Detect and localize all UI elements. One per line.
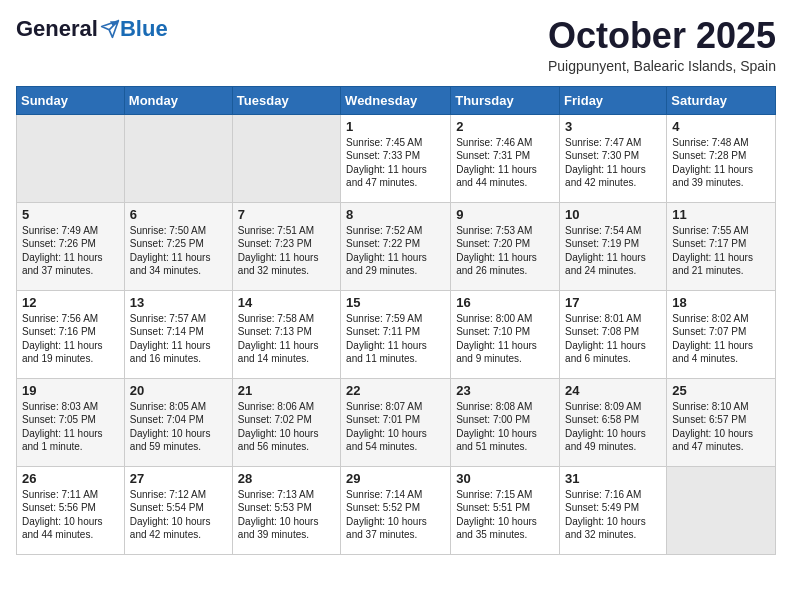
calendar-day-cell: 16 Sunrise: 8:00 AMSunset: 7:10 PMDaylig… — [451, 290, 560, 378]
calendar-day-cell: 14 Sunrise: 7:58 AMSunset: 7:13 PMDaylig… — [232, 290, 340, 378]
calendar-day-cell: 19 Sunrise: 8:03 AMSunset: 7:05 PMDaylig… — [17, 378, 125, 466]
calendar-week-row: 1 Sunrise: 7:45 AMSunset: 7:33 PMDayligh… — [17, 114, 776, 202]
day-number: 24 — [565, 383, 661, 398]
calendar-day-cell: 1 Sunrise: 7:45 AMSunset: 7:33 PMDayligh… — [341, 114, 451, 202]
day-number: 14 — [238, 295, 335, 310]
day-info: Sunrise: 8:07 AMSunset: 7:01 PMDaylight:… — [346, 401, 427, 453]
calendar-day-cell: 11 Sunrise: 7:55 AMSunset: 7:17 PMDaylig… — [667, 202, 776, 290]
calendar-week-row: 26 Sunrise: 7:11 AMSunset: 5:56 PMDaylig… — [17, 466, 776, 554]
weekday-header: Friday — [560, 86, 667, 114]
day-info: Sunrise: 8:09 AMSunset: 6:58 PMDaylight:… — [565, 401, 646, 453]
calendar-day-cell: 23 Sunrise: 8:08 AMSunset: 7:00 PMDaylig… — [451, 378, 560, 466]
day-number: 7 — [238, 207, 335, 222]
calendar-header-row: SundayMondayTuesdayWednesdayThursdayFrid… — [17, 86, 776, 114]
day-info: Sunrise: 8:01 AMSunset: 7:08 PMDaylight:… — [565, 313, 646, 365]
day-info: Sunrise: 7:58 AMSunset: 7:13 PMDaylight:… — [238, 313, 319, 365]
day-info: Sunrise: 7:50 AMSunset: 7:25 PMDaylight:… — [130, 225, 211, 277]
day-number: 4 — [672, 119, 770, 134]
day-number: 13 — [130, 295, 227, 310]
day-info: Sunrise: 7:14 AMSunset: 5:52 PMDaylight:… — [346, 489, 427, 541]
day-number: 18 — [672, 295, 770, 310]
calendar-day-cell: 31 Sunrise: 7:16 AMSunset: 5:49 PMDaylig… — [560, 466, 667, 554]
day-number: 23 — [456, 383, 554, 398]
day-number: 20 — [130, 383, 227, 398]
day-info: Sunrise: 7:45 AMSunset: 7:33 PMDaylight:… — [346, 137, 427, 189]
day-number: 15 — [346, 295, 445, 310]
calendar-table: SundayMondayTuesdayWednesdayThursdayFrid… — [16, 86, 776, 555]
day-info: Sunrise: 7:52 AMSunset: 7:22 PMDaylight:… — [346, 225, 427, 277]
day-number: 9 — [456, 207, 554, 222]
day-info: Sunrise: 8:08 AMSunset: 7:00 PMDaylight:… — [456, 401, 537, 453]
day-info: Sunrise: 7:54 AMSunset: 7:19 PMDaylight:… — [565, 225, 646, 277]
day-info: Sunrise: 8:10 AMSunset: 6:57 PMDaylight:… — [672, 401, 753, 453]
day-info: Sunrise: 7:51 AMSunset: 7:23 PMDaylight:… — [238, 225, 319, 277]
weekday-header: Wednesday — [341, 86, 451, 114]
calendar-day-cell: 27 Sunrise: 7:12 AMSunset: 5:54 PMDaylig… — [124, 466, 232, 554]
calendar-day-cell: 21 Sunrise: 8:06 AMSunset: 7:02 PMDaylig… — [232, 378, 340, 466]
calendar-day-cell — [124, 114, 232, 202]
calendar-day-cell: 28 Sunrise: 7:13 AMSunset: 5:53 PMDaylig… — [232, 466, 340, 554]
day-info: Sunrise: 7:11 AMSunset: 5:56 PMDaylight:… — [22, 489, 103, 541]
day-info: Sunrise: 7:48 AMSunset: 7:28 PMDaylight:… — [672, 137, 753, 189]
calendar-day-cell: 2 Sunrise: 7:46 AMSunset: 7:31 PMDayligh… — [451, 114, 560, 202]
day-info: Sunrise: 8:02 AMSunset: 7:07 PMDaylight:… — [672, 313, 753, 365]
calendar-day-cell: 3 Sunrise: 7:47 AMSunset: 7:30 PMDayligh… — [560, 114, 667, 202]
calendar-day-cell — [232, 114, 340, 202]
day-info: Sunrise: 7:59 AMSunset: 7:11 PMDaylight:… — [346, 313, 427, 365]
calendar-day-cell: 5 Sunrise: 7:49 AMSunset: 7:26 PMDayligh… — [17, 202, 125, 290]
calendar-day-cell: 25 Sunrise: 8:10 AMSunset: 6:57 PMDaylig… — [667, 378, 776, 466]
calendar-day-cell: 22 Sunrise: 8:07 AMSunset: 7:01 PMDaylig… — [341, 378, 451, 466]
day-number: 5 — [22, 207, 119, 222]
day-info: Sunrise: 7:55 AMSunset: 7:17 PMDaylight:… — [672, 225, 753, 277]
weekday-header: Saturday — [667, 86, 776, 114]
day-info: Sunrise: 8:05 AMSunset: 7:04 PMDaylight:… — [130, 401, 211, 453]
day-info: Sunrise: 7:15 AMSunset: 5:51 PMDaylight:… — [456, 489, 537, 541]
day-number: 11 — [672, 207, 770, 222]
logo: General Blue — [16, 16, 168, 42]
calendar-day-cell: 8 Sunrise: 7:52 AMSunset: 7:22 PMDayligh… — [341, 202, 451, 290]
day-info: Sunrise: 7:46 AMSunset: 7:31 PMDaylight:… — [456, 137, 537, 189]
weekday-header: Sunday — [17, 86, 125, 114]
day-number: 17 — [565, 295, 661, 310]
calendar-day-cell: 10 Sunrise: 7:54 AMSunset: 7:19 PMDaylig… — [560, 202, 667, 290]
day-info: Sunrise: 7:47 AMSunset: 7:30 PMDaylight:… — [565, 137, 646, 189]
calendar-week-row: 12 Sunrise: 7:56 AMSunset: 7:16 PMDaylig… — [17, 290, 776, 378]
logo-general-text: General — [16, 16, 98, 42]
calendar-day-cell: 13 Sunrise: 7:57 AMSunset: 7:14 PMDaylig… — [124, 290, 232, 378]
day-number: 26 — [22, 471, 119, 486]
day-info: Sunrise: 7:57 AMSunset: 7:14 PMDaylight:… — [130, 313, 211, 365]
calendar-day-cell: 12 Sunrise: 7:56 AMSunset: 7:16 PMDaylig… — [17, 290, 125, 378]
calendar-day-cell: 30 Sunrise: 7:15 AMSunset: 5:51 PMDaylig… — [451, 466, 560, 554]
day-info: Sunrise: 7:49 AMSunset: 7:26 PMDaylight:… — [22, 225, 103, 277]
calendar-day-cell: 7 Sunrise: 7:51 AMSunset: 7:23 PMDayligh… — [232, 202, 340, 290]
logo-bird-icon — [100, 19, 120, 39]
day-number: 30 — [456, 471, 554, 486]
day-number: 8 — [346, 207, 445, 222]
day-number: 21 — [238, 383, 335, 398]
day-number: 10 — [565, 207, 661, 222]
calendar-day-cell — [17, 114, 125, 202]
calendar-day-cell — [667, 466, 776, 554]
calendar-day-cell: 18 Sunrise: 8:02 AMSunset: 7:07 PMDaylig… — [667, 290, 776, 378]
day-number: 1 — [346, 119, 445, 134]
day-number: 2 — [456, 119, 554, 134]
calendar-day-cell: 9 Sunrise: 7:53 AMSunset: 7:20 PMDayligh… — [451, 202, 560, 290]
day-number: 29 — [346, 471, 445, 486]
weekday-header: Monday — [124, 86, 232, 114]
calendar-day-cell: 15 Sunrise: 7:59 AMSunset: 7:11 PMDaylig… — [341, 290, 451, 378]
calendar-day-cell: 17 Sunrise: 8:01 AMSunset: 7:08 PMDaylig… — [560, 290, 667, 378]
day-number: 25 — [672, 383, 770, 398]
day-info: Sunrise: 8:00 AMSunset: 7:10 PMDaylight:… — [456, 313, 537, 365]
title-section: October 2025 Puigpunyent, Balearic Islan… — [548, 16, 776, 74]
day-number: 27 — [130, 471, 227, 486]
logo-blue-text: Blue — [120, 16, 168, 42]
month-title: October 2025 — [548, 16, 776, 56]
day-info: Sunrise: 7:16 AMSunset: 5:49 PMDaylight:… — [565, 489, 646, 541]
day-number: 3 — [565, 119, 661, 134]
calendar-day-cell: 29 Sunrise: 7:14 AMSunset: 5:52 PMDaylig… — [341, 466, 451, 554]
calendar-week-row: 19 Sunrise: 8:03 AMSunset: 7:05 PMDaylig… — [17, 378, 776, 466]
calendar-day-cell: 20 Sunrise: 8:05 AMSunset: 7:04 PMDaylig… — [124, 378, 232, 466]
calendar-day-cell: 24 Sunrise: 8:09 AMSunset: 6:58 PMDaylig… — [560, 378, 667, 466]
day-number: 31 — [565, 471, 661, 486]
location-text: Puigpunyent, Balearic Islands, Spain — [548, 58, 776, 74]
